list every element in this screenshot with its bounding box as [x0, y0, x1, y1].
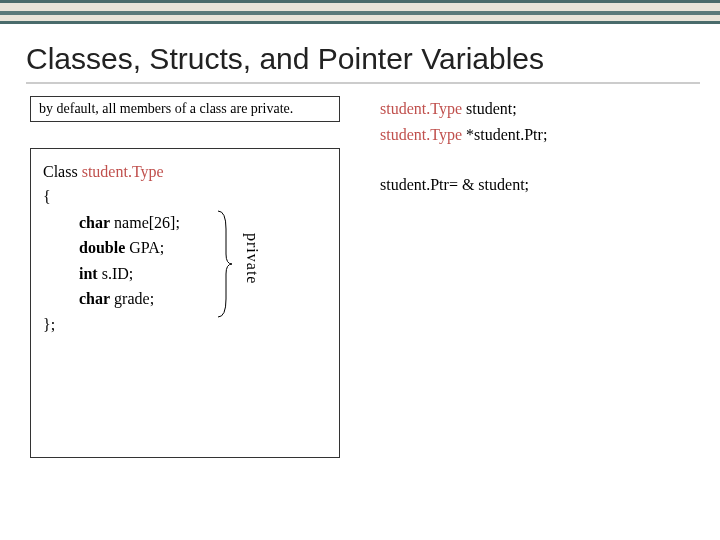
content-area: by default, all members of a class are p… [0, 84, 720, 458]
member-type: char [79, 214, 110, 231]
decl-var: student; [462, 100, 517, 117]
member-type: int [79, 265, 98, 282]
open-brace: { [43, 184, 327, 210]
decl-var: *student.Ptr; [462, 126, 547, 143]
decl-line-2: student.Type *student.Ptr; [380, 122, 547, 148]
assignment-line: student.Ptr= & student; [380, 176, 529, 194]
member-rest: GPA; [125, 239, 164, 256]
close-brace: }; [43, 312, 327, 338]
private-label: private [239, 233, 265, 284]
declarations-block: student.Type student; student.Type *stud… [380, 96, 547, 147]
member-type: double [79, 239, 125, 256]
member-rest: s.ID; [98, 265, 134, 282]
member-line: double GPA; [43, 235, 327, 261]
decl-line-1: student.Type student; [380, 96, 547, 122]
member-type: char [79, 290, 110, 307]
header-inner-line [0, 11, 720, 15]
member-line: char name[26]; [43, 210, 327, 236]
class-keyword: Class [43, 163, 78, 180]
header-bar [0, 0, 720, 24]
note-box: by default, all members of a class are p… [30, 96, 340, 122]
class-definition-box: Class student.Type { char name[26]; doub… [30, 148, 340, 458]
page-title: Classes, Structs, and Pointer Variables [0, 24, 720, 82]
class-decl-line: Class student.Type [43, 159, 327, 185]
member-rest: name[26]; [110, 214, 180, 231]
decl-type: student.Type [380, 126, 462, 143]
member-rest: grade; [110, 290, 154, 307]
brace-icon [216, 209, 234, 319]
decl-type: student.Type [380, 100, 462, 117]
member-line: char grade; [43, 286, 327, 312]
class-typename: student.Type [82, 163, 164, 180]
member-line: int s.ID; [43, 261, 327, 287]
